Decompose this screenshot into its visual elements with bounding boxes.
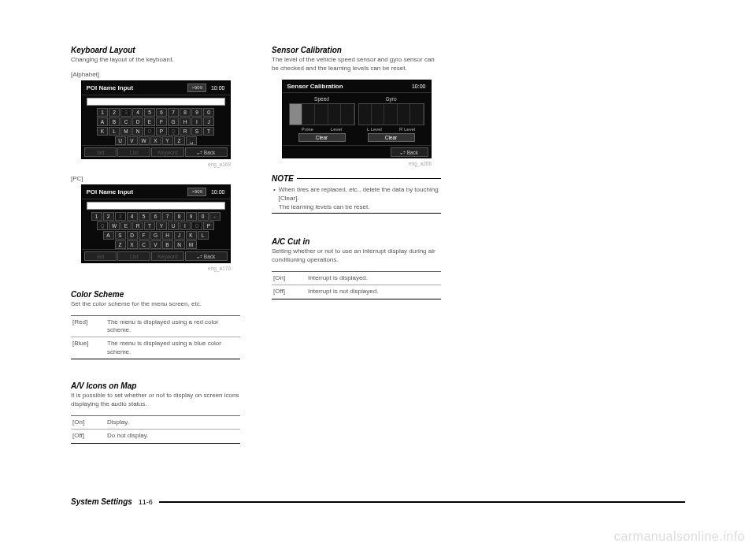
key[interactable]: J (203, 117, 214, 126)
key[interactable]: T (203, 127, 214, 136)
keyword-button[interactable]: Keyword (151, 147, 184, 157)
key[interactable]: I (180, 221, 191, 230)
key[interactable]: 0 (198, 212, 209, 221)
key[interactable]: R (180, 127, 191, 136)
key[interactable]: 4 (132, 108, 143, 117)
key[interactable]: H (162, 231, 173, 240)
key[interactable]: 1 (97, 108, 108, 117)
key[interactable]: R (132, 221, 143, 230)
footer-section-title: System Settings (71, 497, 132, 506)
key[interactable]: H (180, 117, 191, 126)
key[interactable]: N (174, 240, 185, 249)
poi-name-input[interactable] (87, 202, 225, 210)
list-button[interactable]: List (117, 147, 150, 157)
key[interactable]: - (209, 212, 220, 221)
key[interactable]: S (115, 231, 126, 240)
key[interactable]: E (144, 117, 155, 126)
key[interactable]: Y (162, 136, 173, 145)
key[interactable]: N (132, 127, 143, 136)
key[interactable]: 9 (191, 108, 202, 117)
key[interactable]: K (97, 127, 108, 136)
key[interactable]: V (150, 240, 161, 249)
key[interactable]: 2 (109, 108, 120, 117)
key[interactable]: K (186, 231, 197, 240)
key[interactable]: X (127, 240, 138, 249)
key[interactable]: 8 (180, 108, 191, 117)
key[interactable]: 2 (103, 212, 114, 221)
key[interactable]: L (198, 231, 209, 240)
key[interactable]: 0 (203, 108, 214, 117)
key[interactable]: C (120, 117, 132, 126)
key[interactable]: 7 (162, 212, 173, 221)
clear-button[interactable]: Clear (368, 133, 415, 142)
key[interactable]: 4 (127, 212, 138, 221)
key[interactable]: E (120, 221, 132, 230)
list-button[interactable]: List (117, 251, 150, 261)
clock-label: 10:00 (211, 189, 225, 195)
keyboard-layout-desc: Changing the layout of the keyboard. (71, 56, 240, 65)
key[interactable]: P (203, 221, 214, 230)
key[interactable]: 5 (144, 108, 155, 117)
key[interactable]: P (156, 127, 167, 136)
key[interactable]: J (174, 231, 185, 240)
key[interactable]: A (97, 117, 108, 126)
key[interactable]: D (127, 231, 138, 240)
option-key: [Blue] (72, 340, 101, 356)
key[interactable]: ␣ (186, 136, 197, 145)
key[interactable]: T (144, 221, 155, 230)
key[interactable]: M (120, 127, 132, 136)
key[interactable]: 1 (91, 212, 102, 221)
key[interactable]: O (191, 221, 202, 230)
key[interactable]: W (139, 136, 150, 145)
key[interactable]: O (144, 127, 155, 136)
clock-label: 10:00 (412, 84, 426, 89)
gyro-gauge (358, 103, 424, 125)
clear-button[interactable]: Clear (298, 133, 346, 142)
speed-label: Speed (314, 96, 329, 102)
key[interactable]: B (162, 240, 173, 249)
key[interactable]: D (132, 117, 143, 126)
key[interactable]: C (139, 240, 150, 249)
key[interactable]: F (156, 117, 167, 126)
key[interactable]: 6 (150, 212, 161, 221)
poi-name-input[interactable] (87, 98, 225, 106)
key[interactable]: L (109, 127, 120, 136)
set-button[interactable]: Set (84, 251, 117, 261)
back-button[interactable]: ⮐ Back (391, 147, 428, 157)
key[interactable]: 6 (156, 108, 167, 117)
ac-cut-in-title: A/C Cut in (272, 237, 441, 246)
key[interactable]: 3 (115, 212, 126, 221)
key[interactable]: I (191, 117, 202, 126)
key[interactable]: W (109, 221, 120, 230)
key[interactable]: A (103, 231, 114, 240)
key[interactable]: S (191, 127, 202, 136)
key[interactable]: U (115, 136, 126, 145)
back-button[interactable]: ⮐ Back (185, 147, 228, 157)
back-button[interactable]: ⮐ Back (185, 251, 228, 261)
key[interactable]: Z (115, 240, 126, 249)
key[interactable]: Y (156, 221, 167, 230)
key[interactable]: X (150, 136, 161, 145)
pc-label: [PC] (71, 175, 240, 182)
key[interactable]: 5 (139, 212, 150, 221)
gyro-label: Gyro (385, 96, 396, 102)
key[interactable]: U (168, 221, 179, 230)
key[interactable]: Q (168, 127, 179, 136)
key[interactable]: Q (97, 221, 108, 230)
set-button[interactable]: Set (84, 147, 117, 157)
option-value: The menu is displayed using a red color … (107, 318, 239, 335)
key[interactable]: F (139, 231, 150, 240)
key[interactable]: B (109, 117, 120, 126)
key[interactable]: 8 (174, 212, 185, 221)
key[interactable]: M (186, 240, 197, 249)
key[interactable]: 3 (120, 108, 132, 117)
image-caption: eng_a169 (71, 162, 240, 167)
key[interactable]: 9 (186, 212, 197, 221)
key[interactable]: G (168, 117, 179, 126)
note-line2: The learning levels can be reset. (279, 203, 370, 210)
keyword-button[interactable]: Keyword (151, 251, 184, 261)
key[interactable]: V (127, 136, 138, 145)
key[interactable]: 7 (168, 108, 179, 117)
key[interactable]: Z (174, 136, 185, 145)
key[interactable]: G (150, 231, 161, 240)
